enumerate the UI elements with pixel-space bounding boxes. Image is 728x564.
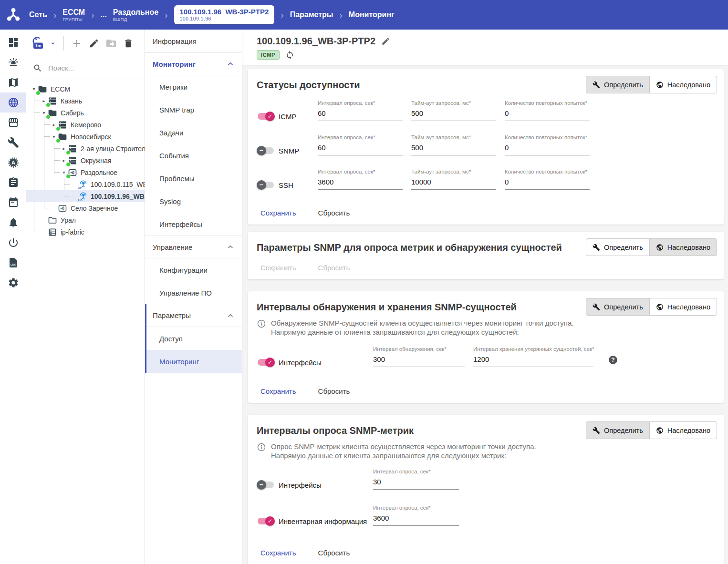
tree-node-okruzhnaya[interactable]: ▸ Окружная (26, 154, 145, 166)
breadcrumb-device-chip[interactable]: 100.109.1.96_WB-3P-PTP2 100.109.1.96 (174, 5, 275, 24)
rail-item-dashboard[interactable] (0, 32, 26, 52)
breadcrumb-eccm[interactable]: ЕССМ группы (62, 8, 85, 22)
icmp-retries-input[interactable] (505, 109, 590, 121)
inherited-button[interactable]: Наследовано (649, 298, 717, 316)
tree-node-100-109-1-96[interactable]: STA 100.109.1.96_WB-3P (26, 190, 145, 202)
discovery-interval-input[interactable] (373, 355, 465, 367)
tree-node-label: Кемерово (71, 121, 101, 129)
interfaces-discovery-toggle[interactable] (257, 358, 275, 367)
icmp-timeout-input[interactable] (411, 109, 496, 121)
tree-node-sibir[interactable]: ▾ Сибирь (26, 107, 145, 119)
reset-button[interactable]: Сбросить (318, 209, 350, 217)
tree-node-kemerovo[interactable]: ▸ Кемерово (26, 119, 145, 131)
tree-search (26, 57, 145, 79)
icmp-toggle[interactable] (257, 112, 275, 121)
rail-item-power[interactable] (0, 233, 26, 253)
breadcrumb-monitoring[interactable]: Мониторинг (349, 10, 395, 19)
rail-item-logs[interactable]: LOG (0, 253, 26, 273)
app-logo[interactable] (0, 0, 26, 30)
rail-item-network[interactable] (0, 92, 26, 113)
nav-item-snmp-trap[interactable]: SNMP trap (145, 98, 242, 121)
nav-item-monitoring-params[interactable]: Мониторинг (146, 350, 242, 373)
nav-group-parameters[interactable]: Параметры (146, 304, 242, 327)
refresh-dropdown-button[interactable] (48, 36, 58, 51)
delete-node-button[interactable] (121, 36, 135, 51)
breadcrumb-net[interactable]: Сеть (29, 10, 47, 19)
nav-item-tasks[interactable]: Задачи (145, 121, 242, 144)
tree-node-selo-zarechnoe[interactable]: Село Заречное (26, 202, 145, 214)
reset-button[interactable]: Сбросить (318, 549, 350, 557)
ssh-retries-input[interactable] (505, 178, 590, 190)
interfaces-poll-interval-input[interactable] (373, 478, 459, 490)
nav-item-problems[interactable]: Проблемы (145, 167, 242, 190)
save-button[interactable]: Сохранить (260, 549, 296, 557)
interfaces-polling-toggle[interactable] (257, 480, 275, 490)
help-icon[interactable] (609, 356, 617, 364)
define-button[interactable]: Определить (586, 238, 650, 256)
snmp-toggle[interactable] (257, 146, 275, 155)
save-button[interactable]: Сохранить (260, 209, 296, 217)
search-input[interactable] (48, 64, 129, 72)
nav-item-software[interactable]: Управление ПО (145, 281, 242, 304)
rail-item-map[interactable] (0, 72, 26, 92)
snmp-timeout-input[interactable] (411, 144, 496, 155)
reset-button[interactable]: Сбросить (318, 387, 350, 395)
inherited-button[interactable]: Наследовано (649, 421, 717, 439)
nav-item-information[interactable]: Информация (145, 30, 242, 52)
tree-node-label: ЕССМ (51, 85, 70, 93)
plus-icon (71, 38, 83, 49)
nav-group-management[interactable]: Управление (145, 236, 242, 258)
rail-item-automation[interactable]: A (0, 153, 26, 173)
tree-node-stroiteley[interactable]: ▸ 2-ая улица Строител (26, 143, 145, 154)
nav-item-syslog[interactable]: Syslog (145, 190, 242, 213)
define-button[interactable]: Определить (586, 298, 650, 316)
snmp-interval-input[interactable] (318, 144, 403, 155)
rail-item-tasks[interactable] (0, 173, 26, 193)
define-button[interactable]: Определить (586, 76, 650, 93)
breadcrumb-group[interactable]: Раздольное бшпд (113, 8, 158, 22)
rail-item-settings[interactable] (0, 273, 26, 293)
auto-refresh-interval-button[interactable]: 1m (31, 36, 45, 51)
inherited-button[interactable]: Наследовано (649, 238, 717, 256)
rail-item-alarms[interactable] (0, 52, 26, 72)
edit-title-button[interactable] (381, 37, 390, 46)
move-node-button[interactable] (104, 36, 118, 51)
icmp-interval-input[interactable] (318, 109, 403, 121)
ssh-toggle[interactable] (257, 180, 275, 190)
tree-node-eccm[interactable]: ▾ ЕССМ (26, 83, 145, 95)
breadcrumb-parameters[interactable]: Параметры (290, 10, 333, 19)
ssh-timeout-input[interactable] (411, 178, 496, 190)
tree-node-kazan[interactable]: ▸ Казань (26, 95, 145, 107)
nav-item-metrics[interactable]: Метрики (145, 75, 242, 98)
alarm-light-icon (8, 57, 19, 68)
rail-item-tools[interactable] (0, 133, 26, 153)
define-button[interactable]: Определить (586, 421, 650, 439)
nav-item-interfaces[interactable]: Интерфейсы (145, 213, 242, 236)
tree-node-100-109-0-115[interactable]: AP 100.109.0.115_WB-3 (26, 178, 145, 190)
inventory-polling-toggle[interactable] (257, 516, 275, 526)
save-button[interactable]: Сохранить (260, 387, 296, 395)
wrench-icon (593, 81, 600, 89)
retention-interval-input[interactable] (473, 355, 593, 367)
inherited-button[interactable]: Наследовано (649, 76, 717, 93)
snmp-retries-input[interactable] (505, 144, 590, 155)
nav-item-access[interactable]: Доступ (146, 327, 242, 350)
rail-item-notifications[interactable] (0, 213, 26, 233)
nav-group-monitoring[interactable]: Мониторинг (145, 52, 242, 75)
tree-node-ip-fabric[interactable]: ip-fabric (26, 226, 145, 238)
refresh-status-button[interactable] (285, 51, 294, 60)
globe-icon (656, 244, 664, 251)
tree-node-ural[interactable]: Урал (26, 214, 145, 226)
nav-item-configurations[interactable]: Конфигурации (145, 258, 242, 281)
tree-node-razdolnoe[interactable]: ▾ Раздольное (26, 166, 145, 178)
tree-node-novosibirsk[interactable]: ▾ Новосибирск (26, 131, 145, 143)
ssh-interval-input[interactable] (318, 178, 403, 190)
add-node-button[interactable] (70, 36, 84, 51)
nav-item-events[interactable]: События (145, 144, 242, 167)
rail-item-storefront[interactable] (0, 113, 26, 133)
breadcrumb-ellipsis[interactable]: ... (100, 10, 106, 19)
rail-item-calendar[interactable] (0, 193, 26, 213)
inventory-poll-interval-input[interactable] (373, 514, 459, 526)
icmp-retries-field: Количество повторных попыток* (505, 100, 590, 121)
edit-node-button[interactable] (87, 36, 101, 51)
